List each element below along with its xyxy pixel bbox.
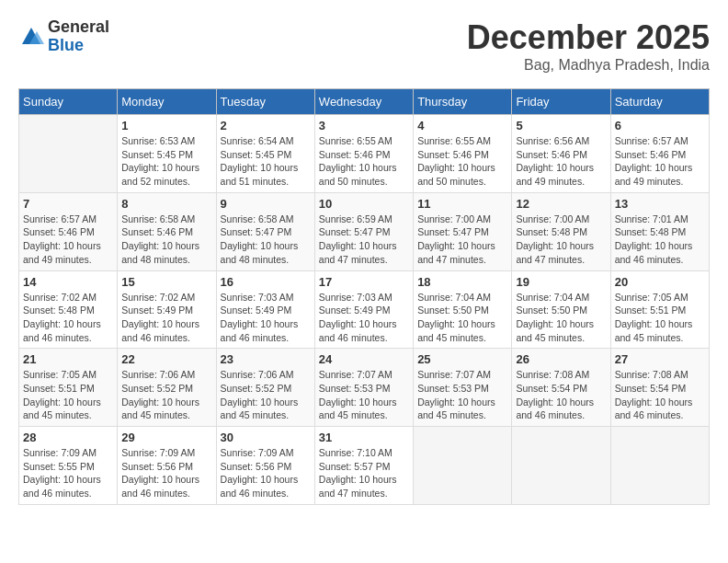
calendar-week-row: 7Sunrise: 6:57 AM Sunset: 5:46 PM Daylig… bbox=[19, 192, 710, 270]
header: General Blue December 2025 Bag, Madhya P… bbox=[18, 18, 710, 74]
day-info: Sunrise: 7:05 AM Sunset: 5:51 PM Dayligh… bbox=[615, 291, 705, 345]
calendar-cell: 14Sunrise: 7:02 AM Sunset: 5:48 PM Dayli… bbox=[19, 270, 118, 349]
day-info: Sunrise: 7:06 AM Sunset: 5:52 PM Dayligh… bbox=[221, 368, 311, 422]
calendar-cell: 7Sunrise: 6:57 AM Sunset: 5:46 PM Daylig… bbox=[19, 192, 118, 270]
day-number: 2 bbox=[221, 119, 311, 132]
calendar-cell: 25Sunrise: 7:07 AM Sunset: 5:53 PM Dayli… bbox=[414, 349, 512, 427]
day-number: 4 bbox=[417, 119, 507, 132]
day-info: Sunrise: 6:55 AM Sunset: 5:46 PM Dayligh… bbox=[319, 134, 409, 189]
calendar-week-row: 14Sunrise: 7:02 AM Sunset: 5:48 PM Dayli… bbox=[19, 270, 710, 349]
logo-general: General bbox=[48, 18, 109, 37]
day-number: 31 bbox=[319, 431, 409, 444]
day-number: 30 bbox=[221, 431, 311, 444]
day-info: Sunrise: 6:58 AM Sunset: 5:47 PM Dayligh… bbox=[221, 213, 311, 267]
day-number: 15 bbox=[121, 275, 211, 289]
day-number: 28 bbox=[23, 431, 113, 444]
day-info: Sunrise: 7:00 AM Sunset: 5:48 PM Dayligh… bbox=[516, 213, 606, 267]
calendar-cell: 13Sunrise: 7:01 AM Sunset: 5:48 PM Dayli… bbox=[610, 192, 709, 270]
weekday-header: Friday bbox=[512, 89, 610, 115]
calendar-cell: 23Sunrise: 7:06 AM Sunset: 5:52 PM Dayli… bbox=[216, 349, 314, 427]
day-info: Sunrise: 7:07 AM Sunset: 5:53 PM Dayligh… bbox=[417, 368, 507, 422]
day-info: Sunrise: 7:10 AM Sunset: 5:57 PM Dayligh… bbox=[319, 446, 409, 500]
calendar-cell: 5Sunrise: 6:56 AM Sunset: 5:46 PM Daylig… bbox=[512, 115, 610, 193]
day-info: Sunrise: 7:02 AM Sunset: 5:48 PM Dayligh… bbox=[23, 291, 113, 345]
calendar-cell: 29Sunrise: 7:09 AM Sunset: 5:56 PM Dayli… bbox=[118, 427, 216, 505]
calendar-cell: 1Sunrise: 6:53 AM Sunset: 5:45 PM Daylig… bbox=[118, 115, 216, 193]
day-number: 18 bbox=[417, 275, 507, 289]
calendar-header: SundayMondayTuesdayWednesdayThursdayFrid… bbox=[19, 89, 710, 115]
calendar-cell: 11Sunrise: 7:00 AM Sunset: 5:47 PM Dayli… bbox=[414, 192, 512, 270]
day-info: Sunrise: 6:53 AM Sunset: 5:45 PM Dayligh… bbox=[121, 134, 211, 189]
calendar-cell: 17Sunrise: 7:03 AM Sunset: 5:49 PM Dayli… bbox=[314, 270, 413, 349]
title-area: December 2025 Bag, Madhya Pradesh, India bbox=[467, 18, 710, 74]
day-number: 23 bbox=[221, 352, 311, 366]
day-info: Sunrise: 7:07 AM Sunset: 5:53 PM Dayligh… bbox=[319, 368, 409, 422]
calendar-cell: 30Sunrise: 7:09 AM Sunset: 5:56 PM Dayli… bbox=[216, 427, 314, 505]
day-number: 1 bbox=[121, 119, 211, 132]
day-info: Sunrise: 6:57 AM Sunset: 5:46 PM Dayligh… bbox=[23, 213, 113, 267]
day-number: 8 bbox=[121, 197, 211, 211]
day-info: Sunrise: 7:02 AM Sunset: 5:49 PM Dayligh… bbox=[121, 291, 211, 345]
day-info: Sunrise: 7:04 AM Sunset: 5:50 PM Dayligh… bbox=[516, 291, 606, 345]
day-info: Sunrise: 7:00 AM Sunset: 5:47 PM Dayligh… bbox=[417, 213, 507, 267]
calendar-cell: 3Sunrise: 6:55 AM Sunset: 5:46 PM Daylig… bbox=[314, 115, 413, 193]
day-number: 21 bbox=[23, 352, 113, 366]
day-number: 29 bbox=[121, 431, 211, 444]
calendar-cell: 21Sunrise: 7:05 AM Sunset: 5:51 PM Dayli… bbox=[19, 349, 118, 427]
logo: General Blue bbox=[18, 18, 109, 55]
calendar-body: 1Sunrise: 6:53 AM Sunset: 5:45 PM Daylig… bbox=[19, 115, 710, 505]
calendar-cell: 24Sunrise: 7:07 AM Sunset: 5:53 PM Dayli… bbox=[314, 349, 413, 427]
day-info: Sunrise: 6:58 AM Sunset: 5:46 PM Dayligh… bbox=[121, 213, 211, 267]
calendar-cell: 9Sunrise: 6:58 AM Sunset: 5:47 PM Daylig… bbox=[216, 192, 314, 270]
calendar-cell: 10Sunrise: 6:59 AM Sunset: 5:47 PM Dayli… bbox=[314, 192, 413, 270]
day-info: Sunrise: 7:09 AM Sunset: 5:55 PM Dayligh… bbox=[23, 446, 113, 500]
calendar-cell: 26Sunrise: 7:08 AM Sunset: 5:54 PM Dayli… bbox=[512, 349, 610, 427]
calendar-cell: 20Sunrise: 7:05 AM Sunset: 5:51 PM Dayli… bbox=[610, 270, 709, 349]
calendar-cell: 16Sunrise: 7:03 AM Sunset: 5:49 PM Dayli… bbox=[216, 270, 314, 349]
day-info: Sunrise: 7:08 AM Sunset: 5:54 PM Dayligh… bbox=[615, 368, 705, 422]
day-info: Sunrise: 7:01 AM Sunset: 5:48 PM Dayligh… bbox=[615, 213, 705, 267]
calendar-cell: 18Sunrise: 7:04 AM Sunset: 5:50 PM Dayli… bbox=[414, 270, 512, 349]
logo-text: General Blue bbox=[48, 18, 109, 55]
calendar-cell: 8Sunrise: 6:58 AM Sunset: 5:46 PM Daylig… bbox=[118, 192, 216, 270]
day-number: 17 bbox=[319, 275, 409, 289]
weekday-header: Thursday bbox=[414, 89, 512, 115]
logo-icon bbox=[18, 24, 44, 50]
day-number: 27 bbox=[615, 352, 705, 366]
day-number: 25 bbox=[417, 352, 507, 366]
day-number: 24 bbox=[319, 352, 409, 366]
day-info: Sunrise: 7:09 AM Sunset: 5:56 PM Dayligh… bbox=[221, 446, 311, 500]
month-title: December 2025 bbox=[467, 18, 710, 57]
calendar-cell: 27Sunrise: 7:08 AM Sunset: 5:54 PM Dayli… bbox=[610, 349, 709, 427]
day-info: Sunrise: 7:03 AM Sunset: 5:49 PM Dayligh… bbox=[319, 291, 409, 345]
calendar-week-row: 21Sunrise: 7:05 AM Sunset: 5:51 PM Dayli… bbox=[19, 349, 710, 427]
logo-blue: Blue bbox=[48, 37, 109, 55]
day-number: 7 bbox=[23, 197, 113, 211]
calendar-cell bbox=[19, 115, 118, 193]
calendar-cell: 4Sunrise: 6:55 AM Sunset: 5:46 PM Daylig… bbox=[414, 115, 512, 193]
day-number: 26 bbox=[516, 352, 606, 366]
calendar-cell bbox=[414, 427, 512, 505]
day-number: 16 bbox=[221, 275, 311, 289]
weekday-header: Saturday bbox=[610, 89, 709, 115]
calendar-cell: 31Sunrise: 7:10 AM Sunset: 5:57 PM Dayli… bbox=[314, 427, 413, 505]
calendar-week-row: 1Sunrise: 6:53 AM Sunset: 5:45 PM Daylig… bbox=[19, 115, 710, 193]
calendar-cell: 15Sunrise: 7:02 AM Sunset: 5:49 PM Dayli… bbox=[118, 270, 216, 349]
weekday-header: Wednesday bbox=[314, 89, 413, 115]
calendar-cell bbox=[512, 427, 610, 505]
calendar-cell bbox=[610, 427, 709, 505]
calendar-table: SundayMondayTuesdayWednesdayThursdayFrid… bbox=[18, 88, 710, 505]
day-number: 22 bbox=[121, 352, 211, 366]
day-info: Sunrise: 7:08 AM Sunset: 5:54 PM Dayligh… bbox=[516, 368, 606, 422]
day-number: 9 bbox=[221, 197, 311, 211]
day-info: Sunrise: 6:55 AM Sunset: 5:46 PM Dayligh… bbox=[417, 134, 507, 189]
day-info: Sunrise: 6:59 AM Sunset: 5:47 PM Dayligh… bbox=[319, 213, 409, 267]
day-number: 19 bbox=[516, 275, 606, 289]
calendar-cell: 22Sunrise: 7:06 AM Sunset: 5:52 PM Dayli… bbox=[118, 349, 216, 427]
day-number: 12 bbox=[516, 197, 606, 211]
day-info: Sunrise: 6:56 AM Sunset: 5:46 PM Dayligh… bbox=[516, 134, 606, 189]
day-number: 10 bbox=[319, 197, 409, 211]
day-number: 3 bbox=[319, 119, 409, 132]
weekday-header: Sunday bbox=[19, 89, 118, 115]
day-number: 13 bbox=[615, 197, 705, 211]
